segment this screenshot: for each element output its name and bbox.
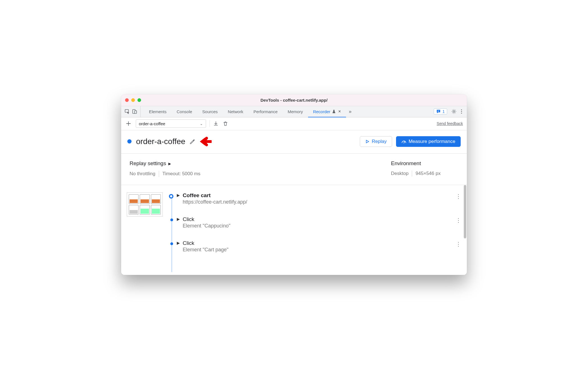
maximize-window-button[interactable] <box>137 98 141 102</box>
caret-right-icon: ▸ <box>168 160 171 167</box>
panel-tabstrip: Elements Console Sources Network Perform… <box>121 106 467 117</box>
step-subtitle: Element "Cappucino" <box>183 223 230 229</box>
caret-right-icon[interactable]: ▶ <box>177 217 180 221</box>
recording-settings: Replay settings ▸ No throttling Timeout:… <box>121 154 467 185</box>
step-title: Click <box>183 240 229 246</box>
devtools-window: DevTools - coffee-cart.netlify.app/ Elem… <box>121 94 467 275</box>
delete-recording-icon[interactable] <box>223 121 228 126</box>
timeline-line <box>171 197 172 272</box>
svg-rect-0 <box>125 110 128 112</box>
throttling-value: No throttling <box>130 171 155 177</box>
step-subtitle: Element "Cart page" <box>183 247 229 253</box>
experiment-beaker-icon <box>332 110 336 113</box>
timeout-value: Timeout: 5000 ms <box>162 171 200 177</box>
annotation-arrow-icon <box>198 136 212 147</box>
divider <box>209 120 210 127</box>
issues-chat-icon <box>436 109 441 114</box>
settings-gear-icon[interactable] <box>451 109 457 114</box>
tab-sources[interactable]: Sources <box>197 106 223 117</box>
window-titlebar: DevTools - coffee-cart.netlify.app/ <box>121 94 467 106</box>
vertical-scrollbar[interactable] <box>464 185 466 238</box>
tab-performance[interactable]: Performance <box>248 106 283 117</box>
svg-point-6 <box>461 109 462 110</box>
environment-device: Desktop <box>391 171 408 176</box>
close-window-button[interactable] <box>125 98 129 102</box>
step-marker-icon <box>170 242 173 245</box>
step-item[interactable]: ▶ Coffee cart https://coffee-cart.netlif… <box>177 192 461 205</box>
recording-title: order-a-coffee <box>136 137 185 146</box>
recording-dropdown[interactable]: order-a-coffee ⌄ <box>136 119 206 128</box>
inspect-element-icon[interactable] <box>125 109 130 114</box>
close-tab-icon[interactable]: × <box>338 109 341 114</box>
measure-performance-button[interactable]: Measure performance <box>396 136 461 147</box>
step-menu-kebab-icon[interactable]: ⋮ <box>456 217 461 224</box>
environment-size: 945×546 px <box>415 171 440 176</box>
step-marker-icon <box>170 218 173 221</box>
issues-counter[interactable]: 1 <box>434 108 447 115</box>
replay-settings-heading[interactable]: Replay settings ▸ <box>130 160 391 167</box>
minimize-window-button[interactable] <box>131 98 135 102</box>
main-menu-kebab-icon[interactable] <box>461 109 462 114</box>
steps-area: ▶ Coffee cart https://coffee-cart.netlif… <box>121 185 467 275</box>
recording-status-dot <box>127 139 132 144</box>
environment-heading: Environment <box>391 160 458 167</box>
tab-console[interactable]: Console <box>172 106 197 117</box>
send-feedback-link[interactable]: Send feedback <box>437 121 463 126</box>
divider <box>159 171 159 177</box>
caret-right-icon[interactable]: ▶ <box>177 193 180 197</box>
step-item[interactable]: ▶ Click Element "Cappucino" ⋮ <box>177 216 461 229</box>
svg-point-7 <box>461 111 462 112</box>
svg-point-8 <box>461 113 462 113</box>
svg-point-9 <box>403 142 404 143</box>
edit-title-icon[interactable] <box>189 138 195 145</box>
step-menu-kebab-icon[interactable]: ⋮ <box>456 241 461 247</box>
new-recording-button[interactable] <box>125 120 132 127</box>
step-subtitle: https://coffee-cart.netlify.app/ <box>183 199 247 205</box>
device-toolbar-icon[interactable] <box>132 109 137 114</box>
tab-network[interactable]: Network <box>223 106 248 117</box>
tab-elements[interactable]: Elements <box>144 106 172 117</box>
step-menu-kebab-icon[interactable]: ⋮ <box>456 193 461 200</box>
issues-count: 1 <box>442 109 445 114</box>
svg-rect-4 <box>438 111 439 112</box>
tab-recorder[interactable]: Recorder × <box>308 106 346 117</box>
step-title: Coffee cart <box>183 192 247 199</box>
step-thumbnail <box>127 192 163 217</box>
tab-memory[interactable]: Memory <box>283 106 308 117</box>
step-title: Click <box>183 216 230 222</box>
more-tabs-icon[interactable]: » <box>346 106 354 117</box>
svg-rect-3 <box>438 111 439 111</box>
recording-header: order-a-coffee Replay Measure performanc… <box>121 130 467 154</box>
chevron-down-icon: ⌄ <box>200 122 203 126</box>
traffic-lights <box>125 98 141 102</box>
recording-dropdown-value: order-a-coffee <box>139 121 165 126</box>
svg-point-5 <box>453 111 455 112</box>
step-item[interactable]: ▶ Click Element "Cart page" ⋮ <box>177 240 461 253</box>
caret-right-icon[interactable]: ▶ <box>177 241 180 245</box>
divider <box>412 170 412 177</box>
export-recording-icon[interactable] <box>213 121 219 126</box>
steps-timeline: ▶ Coffee cart https://coffee-cart.netlif… <box>168 192 461 272</box>
replay-button[interactable]: Replay <box>360 136 392 147</box>
recorder-toolbar: order-a-coffee ⌄ Send feedback <box>121 117 467 130</box>
window-title: DevTools - coffee-cart.netlify.app/ <box>261 98 328 102</box>
step-marker-icon <box>169 194 173 199</box>
svg-rect-2 <box>135 111 137 113</box>
